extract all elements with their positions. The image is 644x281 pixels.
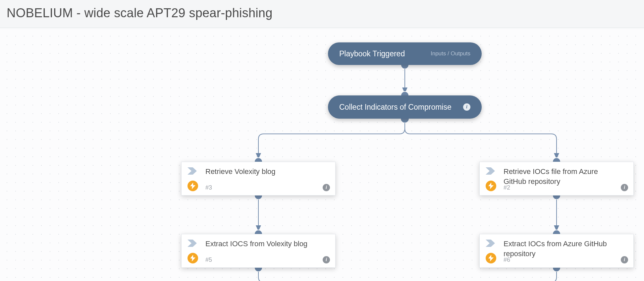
page-title: NOBELIUM - wide scale APT29 spear-phishi…	[7, 6, 637, 20]
bolt-icon	[486, 253, 496, 263]
bolt-icon	[188, 181, 198, 191]
svg-marker-20	[188, 240, 197, 247]
node-index: #6	[504, 256, 510, 263]
svg-marker-22	[486, 240, 495, 247]
node-title: Retrieve IOCs file from Azure GitHub rep…	[504, 167, 627, 186]
chevron-icon	[486, 167, 496, 175]
node-extract-iocs-azure-github[interactable]: Extract IOCs from Azure GitHub repositor…	[479, 234, 634, 268]
bolt-icon	[486, 181, 496, 191]
workflow-canvas[interactable]: Playbook Triggered Inputs / Outputs Coll…	[0, 29, 644, 281]
node-retrieve-volexity-blog[interactable]: Retrieve Volexity blog #3 i	[181, 162, 336, 196]
svg-marker-17	[190, 183, 195, 189]
node-collect-iocs[interactable]: Collect Indicators of Compromise i	[328, 95, 482, 119]
svg-marker-16	[188, 167, 197, 175]
node-retrieve-iocs-azure-github[interactable]: Retrieve IOCs file from Azure GitHub rep…	[479, 162, 634, 196]
info-icon[interactable]: i	[621, 184, 628, 191]
svg-marker-19	[488, 183, 494, 189]
node-index: #3	[205, 184, 212, 191]
node-title: Playbook Triggered	[339, 49, 405, 58]
chevron-icon	[188, 167, 197, 175]
svg-marker-21	[190, 255, 195, 261]
info-icon[interactable]: i	[463, 103, 470, 111]
svg-marker-1	[402, 87, 407, 93]
node-index: #5	[205, 256, 212, 263]
bolt-icon	[188, 253, 198, 263]
svg-marker-8	[256, 225, 261, 231]
node-subtext: Inputs / Outputs	[431, 50, 470, 57]
node-title: Extract IOCS from Volexity blog	[205, 239, 329, 249]
node-index: #2	[504, 184, 510, 191]
chevron-icon	[188, 240, 197, 247]
svg-marker-5	[554, 153, 559, 159]
chevron-icon	[486, 240, 496, 247]
node-title: Retrieve Volexity blog	[205, 167, 329, 177]
node-title: Collect Indicators of Compromise	[339, 103, 452, 112]
node-title: Extract IOCs from Azure GitHub repositor…	[504, 239, 627, 258]
svg-marker-23	[488, 255, 494, 261]
node-playbook-triggered[interactable]: Playbook Triggered Inputs / Outputs	[328, 42, 482, 65]
page-header: NOBELIUM - wide scale APT29 spear-phishi…	[0, 0, 644, 28]
svg-marker-4	[256, 153, 261, 159]
info-icon[interactable]: i	[323, 256, 330, 263]
node-extract-iocs-volexity[interactable]: Extract IOCS from Volexity blog #5 i	[181, 234, 336, 268]
svg-marker-13	[554, 225, 559, 231]
info-icon[interactable]: i	[323, 184, 330, 191]
info-icon[interactable]: i	[621, 256, 628, 263]
svg-marker-18	[486, 167, 495, 175]
